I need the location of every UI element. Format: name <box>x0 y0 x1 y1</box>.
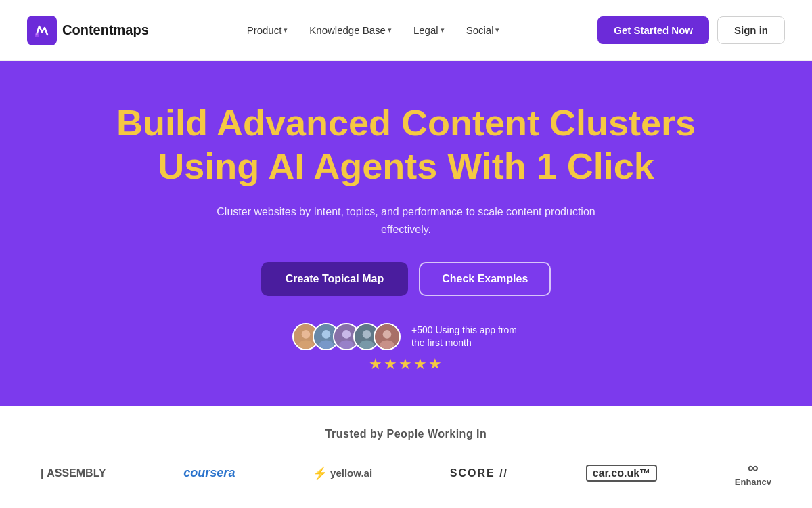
svg-point-6 <box>322 330 331 339</box>
svg-rect-1 <box>35 33 39 37</box>
logo[interactable]: Contentmaps <box>27 16 149 45</box>
logo-coursera: coursera <box>183 466 235 480</box>
svg-point-16 <box>380 341 394 350</box>
logo-enhancv: ∞ Enhancv <box>735 459 771 487</box>
nav-product[interactable]: Product ▾ <box>238 19 298 41</box>
navbar: Contentmaps Product ▾ Knowledge Base ▾ L… <box>0 0 812 61</box>
sign-in-button[interactable]: Sign in <box>717 16 785 44</box>
svg-point-3 <box>302 330 311 339</box>
svg-point-7 <box>319 341 334 350</box>
trusted-section: Trusted by People Working In | ASSEMBLY … <box>0 406 812 506</box>
nav-links: Product ▾ Knowledge Base ▾ Legal ▾ Socia… <box>238 19 510 41</box>
create-topical-map-button[interactable]: Create Topical Map <box>261 262 409 296</box>
logo-assembly: | ASSEMBLY <box>41 467 106 480</box>
check-examples-button[interactable]: Check Examples <box>419 262 551 296</box>
logo-yellowai: ⚡ yellow.ai <box>313 466 372 481</box>
logo-icon <box>27 16 57 45</box>
hero-section: Build Advanced Content Clusters Using AI… <box>0 61 812 406</box>
social-proof: +500 Using this app from the first month <box>292 323 520 350</box>
chevron-down-icon: ▾ <box>441 26 445 35</box>
chevron-down-icon: ▾ <box>388 26 392 35</box>
star-rating: ★★★★★ <box>369 356 443 373</box>
logo-carcouk: car.co.uk™ <box>586 467 657 480</box>
logo-text: Contentmaps <box>62 22 149 38</box>
logos-row: | ASSEMBLY coursera ⚡ yellow.ai SCORE //… <box>41 459 771 487</box>
avatar <box>374 323 401 350</box>
nav-legal[interactable]: Legal ▾ <box>404 19 454 41</box>
nav-social[interactable]: Social ▾ <box>457 19 510 41</box>
svg-point-13 <box>359 341 374 350</box>
avatar-group <box>292 323 401 350</box>
svg-point-10 <box>339 341 354 350</box>
svg-point-9 <box>342 330 351 339</box>
trusted-title: Trusted by People Working In <box>41 428 771 440</box>
hero-title: Build Advanced Content Clusters Using AI… <box>116 101 696 189</box>
chevron-down-icon: ▾ <box>284 26 288 35</box>
svg-point-4 <box>298 341 313 350</box>
social-count-text: +500 Using this app from the first month <box>411 324 520 350</box>
logo-score: SCORE // <box>450 467 508 480</box>
hero-subtitle: Cluster websites by Intent, topics, and … <box>217 203 595 238</box>
nav-actions: Get Started Now Sign in <box>597 16 785 44</box>
hero-buttons: Create Topical Map Check Examples <box>261 262 551 296</box>
get-started-button[interactable]: Get Started Now <box>597 16 709 44</box>
svg-point-12 <box>363 330 371 339</box>
chevron-down-icon: ▾ <box>495 26 499 35</box>
nav-knowledge-base[interactable]: Knowledge Base ▾ <box>300 19 401 41</box>
svg-point-15 <box>383 330 392 339</box>
